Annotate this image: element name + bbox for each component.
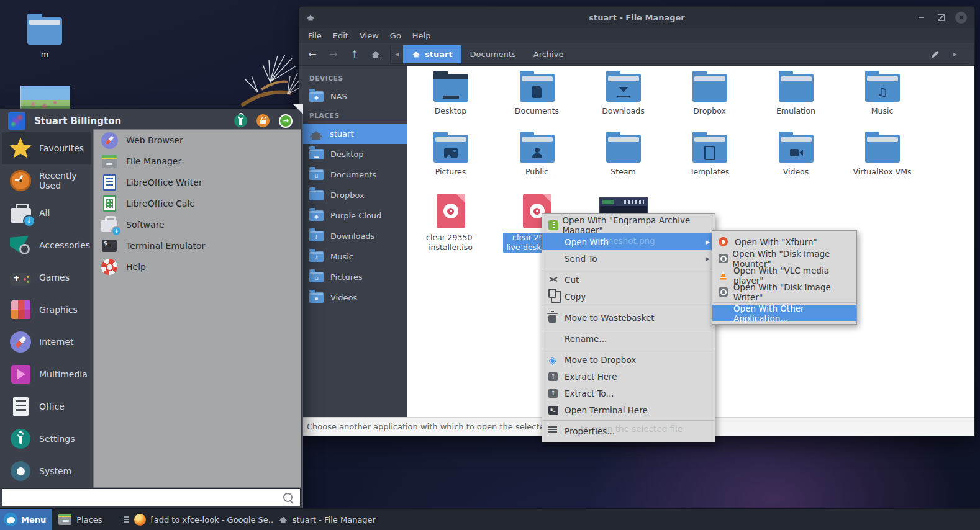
app-item-label: LibreOffice Writer <box>126 177 202 187</box>
up-button[interactable]: ↑ <box>344 45 365 63</box>
titlebar[interactable]: stuart - File Manager <box>299 7 974 28</box>
sidebar-item-label: Downloads <box>330 231 374 241</box>
desktop-icon-photo[interactable] <box>20 86 70 112</box>
menu-item-open-with-disk-image-mounter[interactable]: Open With "Disk Image Mounter" <box>712 250 856 267</box>
file-item-downloads[interactable]: Downloads <box>580 72 666 133</box>
app-item-web-browser[interactable]: Web Browser <box>94 130 301 151</box>
category-office[interactable]: Office <box>2 390 91 423</box>
category-all[interactable]: ↓All <box>2 197 91 229</box>
category-label: Games <box>39 272 70 282</box>
category-multimedia[interactable]: Multimedia <box>2 358 91 390</box>
sidebar-item-downloads[interactable]: ↓Downloads <box>299 226 407 246</box>
menu-file[interactable]: File <box>304 30 326 42</box>
maximize-button[interactable] <box>935 12 947 24</box>
breadcrumb-documents[interactable]: Documents <box>461 45 525 63</box>
sidebar-item-purple-cloud[interactable]: ◆Purple Cloud <box>299 205 407 226</box>
file-item-public[interactable]: Public <box>494 133 580 194</box>
menu-item-send-to[interactable]: Send To▶ <box>542 250 715 267</box>
back-button[interactable]: ← <box>302 45 323 63</box>
places-button[interactable]: Places <box>52 509 108 530</box>
category-settings[interactable]: Settings <box>2 423 91 455</box>
file-item-videos[interactable]: Videos <box>753 133 839 194</box>
breadcrumb-scroll-left[interactable]: ◂ <box>391 45 403 63</box>
menu-button[interactable]: Menu <box>0 509 52 530</box>
settings-manager-icon[interactable] <box>234 114 247 127</box>
app-item-terminal-emulator[interactable]: $_Terminal Emulator <box>94 235 301 256</box>
sidebar-item-dropbox[interactable]: Dropbox <box>299 185 407 205</box>
menu-item-open-with-vlc-media-player[interactable]: Open With "VLC media player" <box>712 267 856 284</box>
file-item-dropbox[interactable]: Dropbox <box>666 72 753 133</box>
file-item-emulation[interactable]: Emulation <box>753 72 839 133</box>
logout-icon[interactable]: → <box>279 114 293 128</box>
menu-item-extract-to[interactable]: ↑Extract To... <box>542 385 715 402</box>
category-recently-used[interactable]: Recently Used <box>2 164 91 197</box>
forward-button[interactable]: → <box>323 45 344 63</box>
sidebar-item-label: Music <box>330 252 353 261</box>
breadcrumb-scroll-right[interactable]: ▸ <box>949 50 961 58</box>
folder-icon <box>606 135 641 163</box>
file-item-music[interactable]: ♫Music <box>839 72 925 133</box>
menu-item-properties[interactable]: Properties... <box>542 423 715 439</box>
app-item-file-manager[interactable]: File Manager <box>94 151 301 172</box>
file-item-virtualbox-vms[interactable]: VirtualBox VMs <box>839 133 925 194</box>
sidebar-item-videos[interactable]: ▪Videos <box>299 287 407 308</box>
breadcrumb-archive[interactable]: Archive <box>525 45 573 63</box>
file-item-templates[interactable]: Templates <box>666 133 753 194</box>
menu-item-open-with-disk-image-writer[interactable]: Open With "Disk Image Writer" <box>712 284 856 300</box>
menu-item-open-with-engrampa-archive-manager[interactable]: Open With "Engrampa Archive Manager" <box>542 217 715 233</box>
sidebar-item-nas[interactable]: ◆NAS <box>299 86 407 107</box>
category-system[interactable]: System <box>2 455 91 487</box>
file-item-steam[interactable]: Steam <box>580 133 666 194</box>
menu-item-extract-here[interactable]: ↑Extract Here <box>542 368 715 385</box>
taskbar-task-stuart-file-manager[interactable]: stuart - File Manager <box>273 509 382 530</box>
menu-item-move-to-dropbox[interactable]: ◈Move to Dropbox <box>542 351 715 368</box>
sidebar-item-label: Desktop <box>330 150 364 159</box>
menu-item-move-to-wastebasket[interactable]: Move to Wastebasket <box>542 309 715 326</box>
app-item-help[interactable]: Help <box>94 256 301 277</box>
breadcrumb-stuart[interactable]: stuart <box>403 45 461 63</box>
edit-path-icon[interactable] <box>932 50 939 58</box>
menu-item-open-with[interactable]: Open With▶ <box>542 233 715 250</box>
folder-icon: ▂ <box>309 149 324 159</box>
menu-item-copy[interactable]: Copy <box>542 288 715 305</box>
window-title: stuart - File Manager <box>299 13 974 22</box>
folder-icon <box>779 135 814 163</box>
menu-item-cut[interactable]: Cut <box>542 271 715 288</box>
file-item-clear-29350-installer-iso[interactable]: clear-29350-installer.iso <box>407 194 494 254</box>
sidebar-item-desktop[interactable]: ▂Desktop <box>299 144 407 164</box>
menu-help[interactable]: Help <box>408 30 435 42</box>
minimize-button[interactable] <box>915 12 927 24</box>
category-games[interactable]: +Games <box>2 261 91 294</box>
close-button[interactable] <box>955 12 967 24</box>
menu-edit[interactable]: Edit <box>329 30 353 42</box>
app-item-libreoffice-calc[interactable]: LibreOffice Calc <box>94 193 301 214</box>
file-label: Pictures <box>435 167 466 177</box>
menu-item-rename[interactable]: Rename... <box>542 330 715 347</box>
desktop-icon-folder-m[interactable]: m <box>27 17 62 59</box>
category-accessories[interactable]: Accessories <box>2 229 91 261</box>
sidebar-item-pictures[interactable]: ▫Pictures <box>299 267 407 287</box>
menu-go[interactable]: Go <box>386 30 406 42</box>
taskbar-task-add-to-xfce-look-google-se[interactable]: [add to xfce-look - Google Se... <box>117 509 273 530</box>
search-input[interactable] <box>2 489 283 506</box>
sidebar-item-music[interactable]: ♪Music <box>299 246 407 267</box>
app-item-label: LibreOffice Calc <box>126 199 194 209</box>
file-item-desktop[interactable]: Desktop <box>407 72 494 133</box>
file-item-documents[interactable]: Documents <box>494 72 580 133</box>
menu-view[interactable]: View <box>355 30 383 42</box>
menu-item-open-terminal-here[interactable]: $_Open Terminal Here <box>542 402 715 418</box>
app-item-libreoffice-writer[interactable]: LibreOffice Writer <box>94 172 301 193</box>
sidebar-item-documents[interactable]: ▯Documents <box>299 164 407 185</box>
lock-screen-icon[interactable] <box>256 114 270 127</box>
category-internet[interactable]: Internet <box>2 326 91 358</box>
category-favourites[interactable]: Favourites <box>2 132 91 164</box>
home-button[interactable] <box>365 45 386 63</box>
app-item-software[interactable]: ↓Software <box>94 214 301 235</box>
menu-item-open-with-xfburn[interactable]: Open With "Xfburn" <box>712 233 856 250</box>
sidebar-item-stuart[interactable]: stuart <box>299 124 407 144</box>
menu-item-open-with-other-application[interactable]: Open With Other Application... <box>712 305 856 321</box>
category-label: Settings <box>39 434 75 444</box>
file-item-pictures[interactable]: Pictures <box>407 133 494 194</box>
category-graphics[interactable]: Graphics <box>2 294 91 326</box>
user-avatar[interactable] <box>8 112 25 130</box>
